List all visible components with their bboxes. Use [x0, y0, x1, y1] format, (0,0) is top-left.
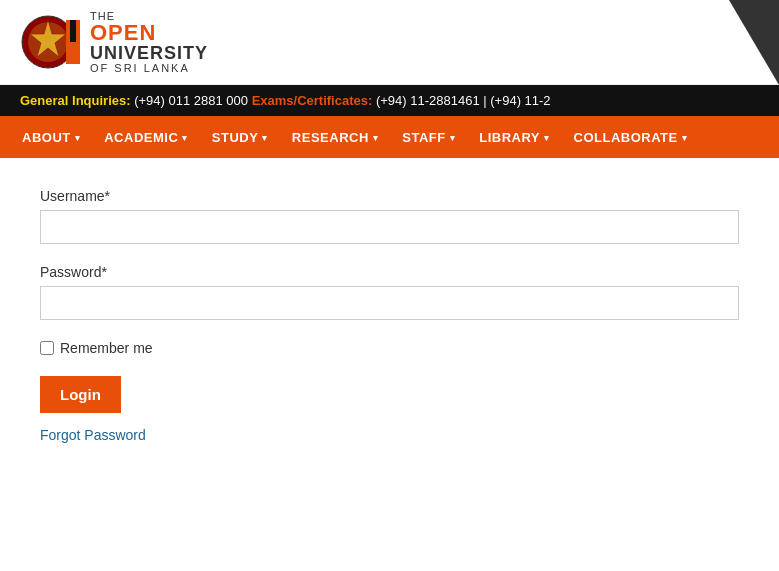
nav-item-study[interactable]: STUDY ▾ [200, 116, 280, 158]
svg-rect-4 [70, 20, 76, 42]
nav-research-arrow: ▾ [373, 133, 379, 143]
nav-about-label: ABOUT [22, 130, 71, 145]
nav-collaborate-label: COLLABORATE [574, 130, 678, 145]
login-button[interactable]: Login [40, 376, 121, 413]
exams-number: (+94) 11-2881461 | (+94) 11-2 [376, 93, 551, 108]
nav-item-about[interactable]: ABOUT ▾ [10, 116, 92, 158]
nav-library-arrow: ▾ [544, 133, 550, 143]
main-navbar: ABOUT ▾ ACADEMIC ▾ STUDY ▾ RESEARCH ▾ ST… [0, 116, 779, 158]
logo-open-text: OPEN [90, 22, 208, 44]
corner-decoration [729, 0, 779, 85]
logo-container: THE OPEN UNIVERSITY OF SRI LANKA [20, 10, 208, 74]
nav-academic-label: ACADEMIC [104, 130, 178, 145]
nav-item-collaborate[interactable]: COLLABORATE ▾ [562, 116, 700, 158]
nav-collaborate-arrow: ▾ [682, 133, 688, 143]
username-label: Username* [40, 188, 739, 204]
info-bar: General Inquiries: (+94) 011 2881 000 Ex… [0, 85, 779, 116]
remember-me-label: Remember me [60, 340, 153, 356]
logo-srilanka-text: OF SRI LANKA [90, 62, 208, 74]
remember-me-group: Remember me [40, 340, 739, 356]
nav-item-research[interactable]: RESEARCH ▾ [280, 116, 390, 158]
main-content: Username* Password* Remember me Login Fo… [0, 158, 779, 473]
general-inquiries-label: General Inquiries: [20, 93, 131, 108]
password-group: Password* [40, 264, 739, 320]
password-label: Password* [40, 264, 739, 280]
logo-university-text: UNIVERSITY [90, 44, 208, 62]
page-header: THE OPEN UNIVERSITY OF SRI LANKA [0, 0, 779, 85]
username-input[interactable] [40, 210, 739, 244]
nav-staff-arrow: ▾ [450, 133, 456, 143]
nav-library-label: LIBRARY [479, 130, 540, 145]
logo-emblem [20, 12, 80, 72]
nav-item-library[interactable]: LIBRARY ▾ [467, 116, 561, 158]
nav-about-arrow: ▾ [75, 133, 81, 143]
nav-item-academic[interactable]: ACADEMIC ▾ [92, 116, 200, 158]
nav-academic-arrow: ▾ [182, 133, 188, 143]
exams-label: Exams/Certificates: [252, 93, 373, 108]
nav-item-staff[interactable]: STAFF ▾ [390, 116, 467, 158]
nav-study-label: STUDY [212, 130, 259, 145]
nav-staff-label: STAFF [402, 130, 445, 145]
forgot-password-link[interactable]: Forgot Password [40, 427, 739, 443]
remember-me-checkbox[interactable] [40, 341, 54, 355]
password-input[interactable] [40, 286, 739, 320]
nav-research-label: RESEARCH [292, 130, 369, 145]
logo-text: THE OPEN UNIVERSITY OF SRI LANKA [90, 10, 208, 74]
nav-study-arrow: ▾ [262, 133, 268, 143]
username-group: Username* [40, 188, 739, 244]
general-inquiries-number: (+94) 011 2881 000 [134, 93, 251, 108]
